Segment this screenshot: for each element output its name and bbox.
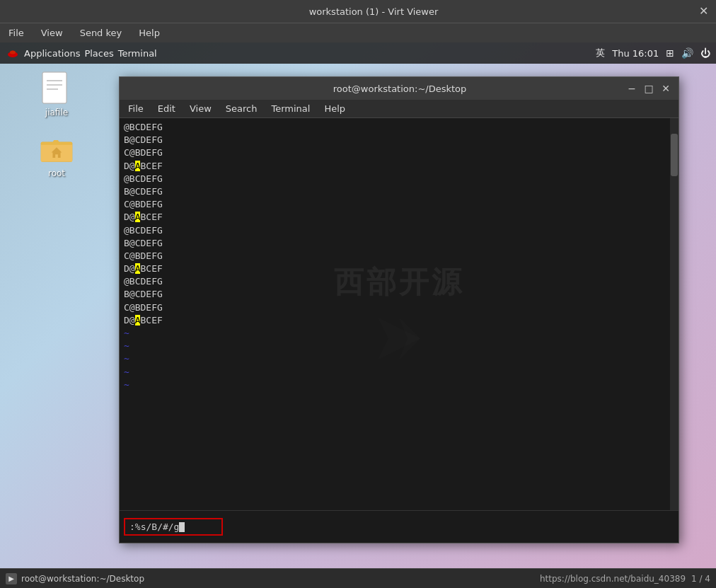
terminal-window: root@workstation:~/Desktop − □ ✕ File Ed… <box>119 76 679 543</box>
term-line-13: @BCDEFG <box>124 275 674 288</box>
terminal-menu: File Edit View Search Terminal Help <box>120 100 679 118</box>
statusbar-left: ▶ root@workstation:~/Desktop <box>6 573 144 584</box>
term-line-7: C@BDEFG <box>124 198 674 211</box>
term-line-16: D@ABCEF <box>124 314 674 327</box>
desktop-panel: Applications Places Terminal 英 Thu 16:01… <box>0 42 716 64</box>
statusbar: ▶ root@workstation:~/Desktop https://blo… <box>0 568 716 588</box>
panel-places[interactable]: Places <box>84 48 113 59</box>
outer-menu-file[interactable]: File <box>3 26 30 40</box>
term-line-1: @BCDEFG <box>124 121 674 134</box>
terminal-scrollbar[interactable] <box>670 118 679 510</box>
term-line-8: D@ABCEF <box>124 211 674 224</box>
terminal-maximize-btn[interactable]: □ <box>642 81 656 96</box>
panel-left: Applications Places Terminal <box>6 46 157 60</box>
desktop-icon-root[interactable]: root <box>28 132 85 178</box>
terminal-title: root@workstation:~/Desktop <box>175 83 625 94</box>
terminal-titlebar: root@workstation:~/Desktop − □ ✕ <box>120 77 679 100</box>
statusbar-terminal-icon: ▶ <box>6 573 17 584</box>
outer-menubar: File View Send key Help <box>0 23 716 42</box>
terminal-lines: @BCDEFG B@CDEFG C@BDEFG D@ABCEF @BCDEFG … <box>124 121 674 391</box>
outer-menu-view[interactable]: View <box>35 26 69 40</box>
svg-point-1 <box>10 51 16 54</box>
statusbar-path: root@workstation:~/Desktop <box>21 574 144 584</box>
terminal-menu-file[interactable]: File <box>122 102 149 115</box>
terminal-minimize-btn[interactable]: − <box>625 81 639 96</box>
terminal-menu-terminal[interactable]: Terminal <box>265 102 316 115</box>
term-line-12: D@ABCEF <box>124 263 674 275</box>
tilde-line-1: ~ <box>124 327 674 340</box>
desktop-icon-jiafile[interactable]: jiafile <box>28 71 85 117</box>
tilde-line-3: ~ <box>124 352 674 365</box>
outer-window-title: workstation (1) - Virt Viewer <box>48 6 699 17</box>
cmdline-box[interactable]: :%s/B/#/g <box>124 518 223 536</box>
outer-menu-sendkey[interactable]: Send key <box>74 26 128 40</box>
terminal-close-btn[interactable]: ✕ <box>659 81 673 96</box>
term-line-15: C@BDEFG <box>124 301 674 314</box>
terminal-content[interactable]: 西部开源 @BCDEFG B@CDEFG C@BDEFG D@ABCEF @BC… <box>120 118 679 510</box>
term-line-10: B@CDEFG <box>124 237 674 250</box>
outer-menu-help[interactable]: Help <box>133 26 166 40</box>
terminal-menu-help[interactable]: Help <box>318 102 351 115</box>
scrollbar-thumb[interactable] <box>671 134 678 176</box>
jiafile-icon-img <box>40 71 74 105</box>
statusbar-right: https://blog.csdn.net/baidu_40389 1 / 4 <box>540 574 710 584</box>
term-line-11: C@BDEFG <box>124 250 674 263</box>
term-line-5: @BCDEFG <box>124 173 674 185</box>
desktop-area: jiafile root <box>0 64 113 185</box>
statusbar-url: https://blog.csdn.net/baidu_40389 <box>540 574 686 584</box>
volume-icon[interactable]: 🔊 <box>681 47 693 59</box>
panel-time: Thu 16:01 <box>612 48 659 59</box>
statusbar-page: 1 / 4 <box>691 574 710 584</box>
panel-terminal[interactable]: Terminal <box>118 48 157 59</box>
term-line-3: C@BDEFG <box>124 146 674 159</box>
terminal-window-buttons: − □ ✕ <box>625 81 673 96</box>
power-icon[interactable]: ⏻ <box>700 47 710 59</box>
outer-close-button[interactable]: ✕ <box>699 6 710 17</box>
term-line-6: B@CDEFG <box>124 185 674 198</box>
cmdline-text: :%s/B/#/g <box>129 521 179 532</box>
cmdline-cursor <box>179 522 185 532</box>
display-icon[interactable]: ⊞ <box>666 47 674 59</box>
terminal-menu-view[interactable]: View <box>184 102 217 115</box>
term-line-4: D@ABCEF <box>124 160 674 173</box>
panel-applications[interactable]: Applications <box>24 48 80 59</box>
tilde-line-2: ~ <box>124 340 674 352</box>
root-icon-img <box>40 132 74 166</box>
root-label: root <box>48 168 65 178</box>
outer-titlebar: workstation (1) - Virt Viewer ✕ <box>0 0 716 23</box>
terminal-cmdline[interactable]: :%s/B/#/g <box>120 510 679 543</box>
jiafile-label: jiafile <box>45 108 68 117</box>
redhat-icon[interactable] <box>6 46 20 60</box>
terminal-menu-edit[interactable]: Edit <box>152 102 181 115</box>
panel-right: 英 Thu 16:01 ⊞ 🔊 ⏻ <box>596 47 710 59</box>
tilde-line-4: ~ <box>124 366 674 379</box>
term-line-2: B@CDEFG <box>124 134 674 146</box>
term-line-14: B@CDEFG <box>124 288 674 301</box>
panel-lang: 英 <box>596 47 605 59</box>
svg-rect-3 <box>42 72 67 103</box>
term-line-9: @BCDEFG <box>124 224 674 237</box>
terminal-menu-search[interactable]: Search <box>220 102 263 115</box>
tilde-line-5: ~ <box>124 379 674 391</box>
